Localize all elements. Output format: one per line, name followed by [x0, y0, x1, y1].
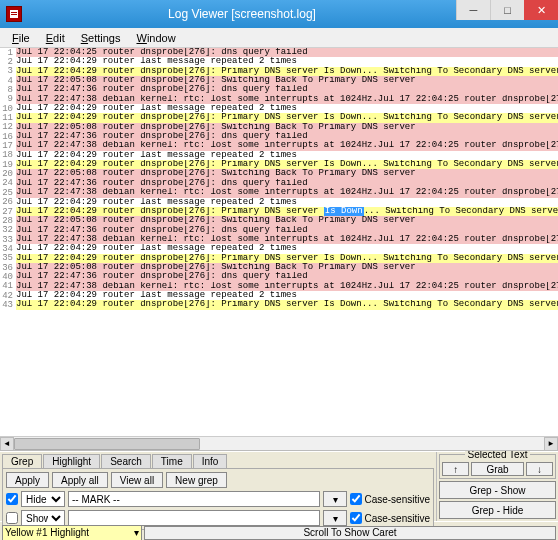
filter1-mode-select[interactable]: Hide [21, 491, 65, 507]
tab-time[interactable]: Time [152, 454, 192, 468]
line-number: 43 [0, 300, 16, 310]
log-view[interactable]: 1Jul 17 22:04:25 router dnsprobe[276]: d… [0, 48, 558, 451]
line-content: Jul 17 22:47:38 debian kernel: rtc: lost… [16, 141, 558, 150]
titlebar: Log Viewer [screenshot.log] ─ □ ✕ [0, 0, 558, 28]
log-line[interactable]: 24Jul 17 22:47:36 router dnsprobe[276]: … [0, 179, 558, 188]
line-content: Jul 17 22:47:36 router dnsprobe[276]: dn… [16, 85, 558, 94]
log-line[interactable]: 34Jul 17 22:04:29 router last message re… [0, 244, 558, 253]
line-content: Jul 17 22:04:29 router last message repe… [16, 244, 558, 253]
menu-file[interactable]: File [4, 30, 38, 46]
log-line[interactable]: 35Jul 17 22:04:29 router dnsprobe[276]: … [0, 254, 558, 263]
line-content: Jul 17 22:04:29 router last message repe… [16, 104, 558, 113]
move-up-button[interactable]: ↑ [442, 462, 469, 476]
log-line[interactable]: 25Jul 17 22:47:38 debian kernel: rtc: lo… [0, 188, 558, 197]
filter1-enable-checkbox[interactable] [6, 493, 18, 505]
log-line[interactable]: 40Jul 17 22:47:36 router dnsprobe[276]: … [0, 272, 558, 281]
line-content: Jul 17 22:47:36 router dnsprobe[276]: dn… [16, 132, 558, 141]
line-content: Jul 17 22:04:29 router dnsprobe[276]: Pr… [16, 160, 558, 169]
grep-tab-body: Apply Apply all View all New grep Hide ▾… [2, 468, 434, 530]
line-content: Jul 17 22:04:29 router last message repe… [16, 198, 558, 207]
filter-row-1: Hide ▾ Case-sensitive [6, 491, 430, 507]
chevron-down-icon: ▾ [134, 527, 139, 538]
log-line[interactable]: 17Jul 17 22:47:38 debian kernel: rtc: lo… [0, 141, 558, 150]
log-line[interactable]: 2Jul 17 22:04:29 router last message rep… [0, 57, 558, 66]
log-line[interactable]: 28Jul 17 22:05:08 router dnsprobe[276]: … [0, 216, 558, 225]
line-content: Jul 17 22:47:38 debian kernel: rtc: lost… [16, 95, 558, 104]
filter1-case-checkbox[interactable] [350, 493, 362, 505]
grep-show-button[interactable]: Grep - Show [439, 481, 556, 499]
maximize-button[interactable]: □ [490, 0, 524, 20]
tab-grep[interactable]: Grep [2, 454, 42, 468]
log-line[interactable]: 43Jul 17 22:04:29 router dnsprobe[276]: … [0, 300, 558, 309]
menubar: File Edit Settings Window [0, 28, 558, 48]
new-grep-button[interactable]: New grep [166, 472, 227, 488]
line-content: Jul 17 22:05:08 router dnsprobe[276]: Sw… [16, 263, 558, 272]
line-content: Jul 17 22:04:29 router dnsprobe[276]: Pr… [16, 113, 558, 122]
filter1-input[interactable] [68, 491, 320, 507]
log-line[interactable]: 3Jul 17 22:04:29 router dnsprobe[276]: P… [0, 67, 558, 76]
line-content: Jul 17 22:04:29 router last message repe… [16, 291, 558, 300]
line-content: Jul 17 22:04:29 router dnsprobe[276]: Pr… [16, 300, 558, 309]
log-line[interactable]: 10Jul 17 22:04:29 router last message re… [0, 104, 558, 113]
log-line[interactable]: 16Jul 17 22:47:36 router dnsprobe[276]: … [0, 132, 558, 141]
scroll-thumb[interactable] [14, 438, 200, 450]
log-line[interactable]: 20Jul 17 22:05:08 router dnsprobe[276]: … [0, 169, 558, 178]
log-line[interactable]: 12Jul 17 22:05:08 router dnsprobe[276]: … [0, 123, 558, 132]
log-line[interactable]: 41Jul 17 22:47:38 debian kernel: rtc: lo… [0, 282, 558, 291]
line-content: Jul 17 22:04:29 router last message repe… [16, 57, 558, 66]
filter2-case-checkbox[interactable] [350, 512, 362, 524]
line-content: Jul 17 22:47:36 router dnsprobe[276]: dn… [16, 179, 558, 188]
apply-all-button[interactable]: Apply all [52, 472, 108, 488]
tab-highlight[interactable]: Highlight [43, 454, 100, 468]
line-content: Jul 17 22:47:36 router dnsprobe[276]: dn… [16, 226, 558, 235]
line-content: Jul 17 22:04:29 router dnsprobe[276]: Pr… [16, 207, 558, 216]
line-content: Jul 17 22:47:38 debian kernel: rtc: lost… [16, 235, 558, 244]
filter2-dropdown-button[interactable]: ▾ [323, 510, 347, 526]
log-line[interactable]: 9Jul 17 22:47:38 debian kernel: rtc: los… [0, 95, 558, 104]
grep-hide-button[interactable]: Grep - Hide [439, 501, 556, 519]
filter2-enable-checkbox[interactable] [6, 512, 18, 524]
scroll-right-icon[interactable]: ► [544, 437, 558, 451]
menu-window[interactable]: Window [128, 30, 183, 46]
view-all-button[interactable]: View all [111, 472, 163, 488]
log-line[interactable]: 18Jul 17 22:04:29 router last message re… [0, 151, 558, 160]
log-line[interactable]: 42Jul 17 22:04:29 router last message re… [0, 291, 558, 300]
log-line[interactable]: 8Jul 17 22:47:36 router dnsprobe[276]: d… [0, 85, 558, 94]
filter1-dropdown-button[interactable]: ▾ [323, 491, 347, 507]
line-content: Jul 17 22:04:25 router dnsprobe[276]: dn… [16, 48, 558, 57]
log-line[interactable]: 32Jul 17 22:47:36 router dnsprobe[276]: … [0, 226, 558, 235]
minimize-button[interactable]: ─ [456, 0, 490, 20]
log-line[interactable]: 33Jul 17 22:47:38 debian kernel: rtc: lo… [0, 235, 558, 244]
move-down-button[interactable]: ↓ [526, 462, 553, 476]
log-line[interactable]: 11Jul 17 22:04:29 router dnsprobe[276]: … [0, 113, 558, 122]
horizontal-scrollbar[interactable]: ◄ ► [0, 436, 558, 450]
menu-edit[interactable]: Edit [38, 30, 73, 46]
scroll-to-caret-button[interactable]: Scroll To Show Caret [144, 526, 556, 540]
log-line[interactable]: 36Jul 17 22:05:08 router dnsprobe[276]: … [0, 263, 558, 272]
grab-button[interactable]: Grab [471, 462, 524, 476]
line-content: Jul 17 22:04:29 router dnsprobe[276]: Pr… [16, 254, 558, 263]
log-line[interactable]: 27Jul 17 22:04:29 router dnsprobe[276]: … [0, 207, 558, 216]
log-line[interactable]: 19Jul 17 22:04:29 router dnsprobe[276]: … [0, 160, 558, 169]
line-content: Jul 17 22:05:08 router dnsprobe[276]: Sw… [16, 169, 558, 178]
control-panel: Grep Highlight Search Time Info Apply Ap… [0, 451, 558, 521]
menu-settings[interactable]: Settings [73, 30, 129, 46]
line-content: Jul 17 22:04:29 router last message repe… [16, 151, 558, 160]
highlight-select[interactable]: Yellow #1 Highlight ▾ [2, 525, 142, 541]
app-icon [6, 6, 22, 22]
svg-rect-1 [11, 12, 17, 13]
text-selection: Is Down [324, 207, 364, 216]
line-content: Jul 17 22:05:08 router dnsprobe[276]: Sw… [16, 76, 558, 85]
apply-button[interactable]: Apply [6, 472, 49, 488]
line-content: Jul 17 22:47:38 debian kernel: rtc: lost… [16, 188, 558, 197]
line-content: Jul 17 22:05:08 router dnsprobe[276]: Sw… [16, 123, 558, 132]
close-button[interactable]: ✕ [524, 0, 558, 20]
selected-text-group: Selected Text ↑ Grab ↓ [439, 454, 556, 479]
scroll-left-icon[interactable]: ◄ [0, 437, 14, 451]
log-line[interactable]: 4Jul 17 22:05:08 router dnsprobe[276]: S… [0, 76, 558, 85]
line-content: Jul 17 22:47:38 debian kernel: rtc: lost… [16, 282, 558, 291]
log-line[interactable]: 1Jul 17 22:04:25 router dnsprobe[276]: d… [0, 48, 558, 57]
tab-search[interactable]: Search [101, 454, 151, 468]
tab-info[interactable]: Info [193, 454, 228, 468]
log-line[interactable]: 26Jul 17 22:04:29 router last message re… [0, 198, 558, 207]
